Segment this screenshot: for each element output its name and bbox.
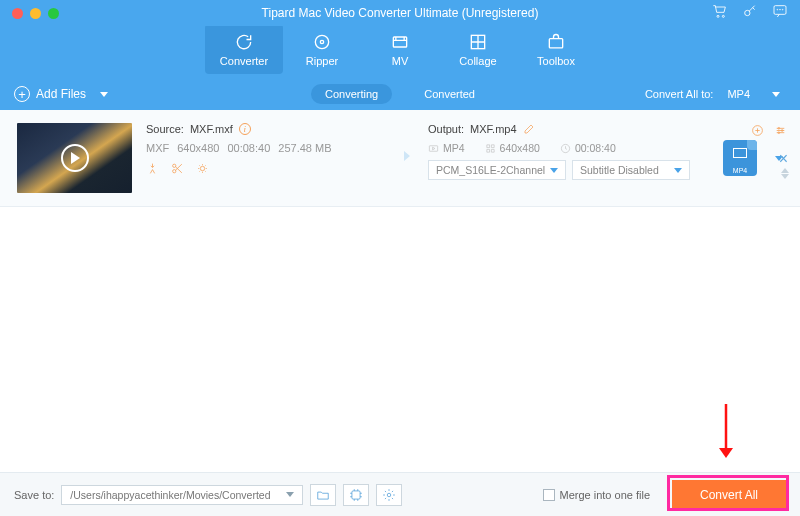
tab-ripper-label: Ripper bbox=[306, 55, 338, 67]
chevron-down-icon bbox=[772, 92, 780, 97]
tab-ripper[interactable]: Ripper bbox=[283, 24, 361, 74]
chevron-down-icon bbox=[550, 168, 558, 173]
key-icon[interactable] bbox=[742, 3, 758, 23]
tab-collage-label: Collage bbox=[459, 55, 496, 67]
remove-file-button[interactable]: × bbox=[779, 150, 788, 168]
svg-point-0 bbox=[717, 15, 719, 17]
svg-point-8 bbox=[320, 40, 323, 43]
source-meta: MXF 640x480 00:08:40 257.48 MB bbox=[146, 142, 376, 154]
video-thumbnail[interactable] bbox=[17, 123, 132, 193]
subtitle-select[interactable]: Subtitle Disabled bbox=[572, 160, 690, 180]
hw-accel-button[interactable] bbox=[343, 484, 369, 506]
row-side-controls bbox=[751, 123, 787, 141]
add-files-label: Add Files bbox=[36, 87, 86, 101]
save-to-label: Save to: bbox=[14, 489, 54, 501]
audio-select-value: PCM_S16LE-2Channel bbox=[436, 164, 545, 176]
subtab-converted[interactable]: Converted bbox=[410, 84, 489, 104]
window-title: Tipard Mac Video Converter Ultimate (Unr… bbox=[262, 6, 539, 20]
output-meta: MP4 640x480 00:08:40 bbox=[428, 142, 697, 154]
svg-point-4 bbox=[777, 9, 778, 10]
source-duration: 00:08:40 bbox=[227, 142, 270, 154]
convert-all-to-label: Convert All to: bbox=[645, 88, 713, 100]
add-files-button[interactable]: + Add Files bbox=[14, 86, 108, 102]
svg-point-13 bbox=[173, 170, 176, 173]
convert-all-to: Convert All to: MP4 bbox=[645, 86, 786, 102]
tab-mv[interactable]: MV bbox=[361, 24, 439, 74]
merge-checkbox-group[interactable]: Merge into one file bbox=[543, 489, 651, 501]
settings-icon[interactable] bbox=[774, 123, 787, 141]
save-to-group: Save to: /Users/ihappyacethinker/Movies/… bbox=[14, 484, 402, 506]
move-up-button[interactable] bbox=[781, 168, 789, 173]
output-label: Output: bbox=[428, 123, 464, 135]
maximize-window-button[interactable] bbox=[48, 8, 59, 19]
source-codec: MXF bbox=[146, 142, 169, 154]
bottom-bar: Save to: /Users/ihappyacethinker/Movies/… bbox=[0, 472, 800, 516]
tab-toolbox-label: Toolbox bbox=[537, 55, 575, 67]
file-row: Source: MXF.mxf i MXF 640x480 00:08:40 2… bbox=[0, 110, 800, 206]
settings-button[interactable] bbox=[376, 484, 402, 506]
svg-point-22 bbox=[388, 493, 392, 497]
edit-tools bbox=[146, 162, 376, 177]
source-resolution: 640x480 bbox=[177, 142, 219, 154]
save-path-select[interactable]: /Users/ihappyacethinker/Movies/Converted bbox=[61, 485, 303, 505]
window-titlebar: Tipard Mac Video Converter Ultimate (Unr… bbox=[0, 0, 800, 26]
svg-rect-11 bbox=[549, 38, 562, 47]
save-path-value: /Users/ihappyacethinker/Movies/Converted bbox=[70, 489, 270, 501]
svg-point-6 bbox=[782, 9, 783, 10]
reorder-controls bbox=[781, 168, 789, 179]
cut-icon[interactable] bbox=[171, 162, 184, 177]
source-name: MXF.mxf bbox=[190, 123, 233, 135]
svg-point-2 bbox=[745, 10, 750, 15]
format-badge[interactable]: MP4 bbox=[723, 140, 757, 176]
tab-converter[interactable]: Converter bbox=[205, 24, 283, 74]
output-duration: 00:08:40 bbox=[575, 142, 616, 154]
chevron-down-icon bbox=[674, 168, 682, 173]
svg-rect-21 bbox=[352, 490, 360, 498]
window-controls bbox=[12, 8, 59, 19]
move-down-button[interactable] bbox=[781, 174, 789, 179]
merge-checkbox[interactable] bbox=[543, 489, 555, 501]
tab-collage[interactable]: Collage bbox=[439, 24, 517, 74]
audio-select[interactable]: PCM_S16LE-2Channel bbox=[428, 160, 566, 180]
output-info: Output: MXF.mp4 MP4 640x480 00:08:40 PCM… bbox=[428, 123, 697, 193]
info-icon[interactable]: i bbox=[239, 123, 251, 135]
output-name: MXF.mp4 bbox=[470, 123, 516, 135]
plus-icon: + bbox=[14, 86, 30, 102]
chevron-down-icon[interactable] bbox=[100, 92, 108, 97]
svg-rect-15 bbox=[429, 145, 437, 151]
chevron-down-icon bbox=[286, 492, 294, 497]
close-window-button[interactable] bbox=[12, 8, 23, 19]
play-icon bbox=[61, 144, 89, 172]
open-folder-button[interactable] bbox=[310, 484, 336, 506]
tab-converter-label: Converter bbox=[220, 55, 268, 67]
metadata-icon[interactable] bbox=[751, 123, 764, 141]
control-strip: + Add Files Converting Converted Convert… bbox=[0, 78, 800, 110]
svg-point-12 bbox=[173, 164, 176, 167]
feedback-icon[interactable] bbox=[772, 3, 788, 23]
convert-all-button[interactable]: Convert All bbox=[672, 480, 786, 510]
file-list: Source: MXF.mxf i MXF 640x480 00:08:40 2… bbox=[0, 110, 800, 207]
output-format: MP4 bbox=[443, 142, 465, 154]
tab-mv-label: MV bbox=[392, 55, 409, 67]
sub-tabs: Converting Converted bbox=[311, 84, 489, 104]
output-resolution: 640x480 bbox=[500, 142, 540, 154]
tab-toolbox[interactable]: Toolbox bbox=[517, 24, 595, 74]
subtab-converting[interactable]: Converting bbox=[311, 84, 392, 104]
compress-icon[interactable] bbox=[146, 162, 159, 177]
annotation-arrow bbox=[716, 402, 736, 464]
format-badge-label: MP4 bbox=[723, 167, 757, 174]
svg-point-1 bbox=[722, 15, 724, 17]
subtitle-select-value: Subtitle Disabled bbox=[580, 164, 659, 176]
enhance-icon[interactable] bbox=[196, 162, 209, 177]
source-info: Source: MXF.mxf i MXF 640x480 00:08:40 2… bbox=[146, 123, 376, 193]
source-label: Source: bbox=[146, 123, 184, 135]
header-icons bbox=[712, 3, 788, 23]
main-tabs: Converter Ripper MV Collage Toolbox bbox=[0, 26, 800, 78]
merge-label: Merge into one file bbox=[560, 489, 651, 501]
convert-all-to-select[interactable]: MP4 bbox=[721, 86, 786, 102]
minimize-window-button[interactable] bbox=[30, 8, 41, 19]
edit-icon[interactable] bbox=[523, 123, 535, 135]
svg-point-7 bbox=[315, 35, 328, 48]
svg-point-14 bbox=[200, 166, 204, 170]
cart-icon[interactable] bbox=[712, 3, 728, 23]
